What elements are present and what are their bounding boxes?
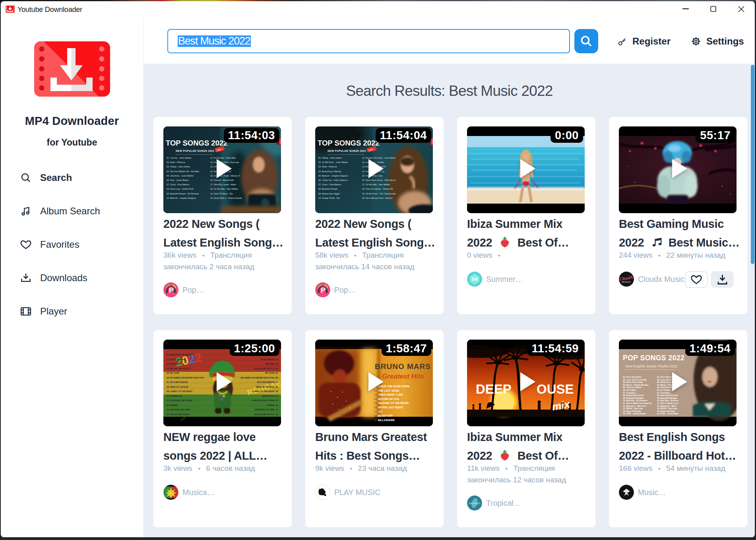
svg-text:THROUGH THE YEARS .11: THROUGH THE YEARS .11	[252, 399, 278, 402]
svg-text:20. Stuck With U - Ariana Gran: 20. Stuck With U - Ariana Grande	[210, 197, 242, 199]
svg-text:19. Dark Till Dawn - Sia: 19. Dark Till Dawn - Sia	[210, 192, 233, 195]
svg-text:13. IDGAF - Dua Lipa: 13. IDGAF - Dua Lipa	[657, 407, 677, 410]
svg-text:05. Intentions - Justin Bieber: 05. Intentions - Justin Bieber	[167, 175, 194, 177]
svg-text:08. WIND OF CHANGE: 08. WIND OF CHANGE	[167, 386, 189, 388]
svg-text:17. On My Way - Alan Walker: 17. On My Way - Alan Walker	[362, 183, 390, 186]
svg-text:OUSE: OUSE	[537, 382, 574, 396]
svg-text:17. Send My Loved - Adele: 17. Send My Loved - Adele	[210, 183, 236, 186]
svg-text:IMAGINE .03: IMAGINE .03	[266, 363, 278, 365]
svg-text:MUSIC: MUSIC	[622, 281, 631, 283]
svg-text:BRUNO MARS: BRUNO MARS	[375, 362, 431, 371]
svg-text:10. Cheap Thrills - Sia: 10. Cheap Thrills - Sia	[318, 197, 339, 199]
svg-text:09: 09	[374, 419, 377, 422]
svg-text:13. IDGAF - Dua Lipa: 13. IDGAF - Dua Lipa	[623, 407, 643, 410]
svg-text:15. STAY - Justin Bieb: 15. STAY - Justin Bieb	[657, 412, 678, 415]
svg-text:20. Dont Wanna Know - Maroon: 20. Dont Wanna Know - Maroon	[362, 197, 393, 199]
svg-text:07. Circle - Post Malone: 07. Circle - Post Malone	[318, 183, 341, 186]
svg-text:05. Believer - Imagine Dragons: 05. Believer - Imagine Dragons	[318, 175, 348, 177]
svg-text:09. Beautiful Mistake: 09. Beautiful Mistake	[657, 397, 677, 399]
svg-text:P: P	[321, 286, 326, 294]
svg-text:02. Work - Rihanna: 02. Work - Rihanna	[167, 161, 185, 163]
svg-text:10. Bad Hits - Ed Sheeran: 10. Bad Hits - Ed Sheeran	[623, 399, 647, 402]
svg-text:14. Dusk Till Down: 14. Dusk Till Down	[657, 410, 675, 412]
svg-text:04. Not Your Barbie Girl - Ava: 04. Not Your Barbie Girl - Ava Max	[167, 170, 199, 173]
svg-text:16. Friends - Marshmello: 16. Friends - Marshmello	[210, 179, 234, 181]
svg-text:06. NO ARMS CAN NEVER HOLD YOU: 06. NO ARMS CAN NEVER HOLD YOU	[167, 377, 204, 379]
svg-text:01. BEAUTIFUL IN WHITE: 01. BEAUTIFUL IN WHITE	[167, 354, 192, 356]
svg-text:18. Treat You Better - Shawn M: 18. Treat You Better - Shawn Me	[362, 188, 393, 190]
svg-text:09. Beautiful People - Ed Shee: 09. Beautiful People - Ed Sheeran	[167, 192, 199, 195]
svg-text:DEEP: DEEP	[476, 382, 512, 396]
svg-text:03. Work From Home: 03. Work From Home	[623, 381, 643, 383]
svg-text:06. Holy - Justin Bieber: 06. Holy - Justin Bieber	[167, 179, 189, 181]
svg-text:06. I'm A Mess: 06. I'm A Mess	[623, 389, 637, 391]
svg-text:03: 03	[374, 393, 377, 396]
svg-text:12. Memories - Maro: 12. Memories - Maro	[657, 405, 677, 407]
svg-text:04. Mercy - Shawn Mendes: 04. Mercy - Shawn Mendes	[623, 384, 649, 386]
svg-text:09. LONELY IS THE NIGHT: 09. LONELY IS THE NIGHT	[167, 390, 193, 392]
svg-text:08. How Long - Charlie Puth: 08. How Long - Charlie Puth	[167, 188, 194, 190]
svg-text:03. Work - Rihanna: 03. Work - Rihanna	[318, 165, 337, 168]
svg-text:02. 10.000 Hour - Justin Biebe: 02. 10.000 Hour - Justin Bieber	[318, 161, 348, 163]
svg-text:19. All We Know - The Chainsmo: 19. All We Know - The Chainsmoke	[362, 192, 396, 195]
svg-text:Greatest Hits: Greatest Hits	[382, 373, 424, 380]
svg-text:08: 08	[374, 414, 377, 417]
svg-text:11. THROUGH THE YEARS: 11. THROUGH THE YEARS	[167, 399, 193, 402]
svg-text:MINUTES 25 .10: MINUTES 25 .10	[262, 395, 278, 397]
svg-text:07. Comethru: 07. Comethru	[657, 392, 670, 394]
svg-text:02. Love You To Love Me: 02. Love You To Love Me	[623, 379, 647, 381]
svg-text:18. On My Way - Alan Walker: 18. On My Way - Alan Walker	[210, 188, 238, 190]
svg-text:POP SONGS 2022: POP SONGS 2022	[623, 354, 685, 362]
svg-text:01. Falling - Harry Styles: 01. Falling - Harry Styles	[318, 157, 342, 159]
svg-text:09. Moves Like Jagger: 09. Moves Like Jagger	[318, 192, 340, 195]
svg-text:06. I'm A Mess: 06. I'm A Mess	[657, 389, 671, 391]
svg-text:TOP SONGS 2022: TOP SONGS 2022	[318, 139, 380, 147]
svg-text:07. Circle - Post Malone: 07. Circle - Post Malone	[167, 183, 190, 186]
svg-text:1HB RADIO: 1HB RADIO	[469, 503, 480, 505]
svg-text:12. Memories - Maroon 5: 12. Memories - Maroon 5	[623, 405, 647, 407]
svg-text:03. IMAGINE: 03. IMAGINE	[167, 363, 179, 365]
svg-text:KILLING ME SOFTLY .04: KILLING ME SOFTLY .04	[254, 367, 278, 370]
svg-text:13. SPENDING MY TIME: 13. SPENDING MY TIME	[167, 408, 190, 411]
svg-text:MY LOVE .05: MY LOVE .05	[265, 372, 278, 374]
svg-text:KILLING ME SOFTLY .14: KILLING ME SOFTLY .14	[254, 413, 278, 416]
svg-text:04: 04	[374, 398, 377, 400]
svg-text:11. This Is What You C: 11. This Is What You C	[657, 402, 678, 404]
svg-text:10. 25 MINUTES: 10. 25 MINUTES	[167, 395, 182, 397]
svg-text:05. Treat You Better: 05. Treat You Better	[623, 386, 642, 388]
svg-text:09. Beautiful Mistakes: 09. Beautiful Mistakes	[623, 397, 644, 399]
svg-text:BILLIONAIRE: BILLIONAIRE	[378, 419, 395, 422]
svg-text:BLAST OFF: BLAST OFF	[378, 414, 393, 417]
svg-text:06: 06	[374, 406, 377, 409]
svg-text:02. AT MY WORST: 02. AT MY WORST	[167, 358, 185, 361]
svg-text:04. Everything I Wanted: 04. Everything I Wanted	[318, 170, 341, 173]
svg-text:03. Falling - Harry Styles: 03. Falling - Harry Styles	[167, 165, 190, 168]
svg-text:08. Beautiful People: 08. Beautiful People	[318, 188, 337, 190]
svg-text:12. ZOMBIE: 12. ZOMBIE	[167, 404, 178, 406]
svg-text:NO ARMS CAN NEVER HOLD YOU .06: NO ARMS CAN NEVER HOLD YOU .06	[240, 377, 278, 379]
svg-text:TALKING TO THE MOON: TALKING TO THE MOON	[378, 402, 409, 404]
svg-text:AT MY WORST .02: AT MY WORST .02	[260, 358, 278, 361]
svg-text:TOP SONGS 2022: TOP SONGS 2022	[166, 139, 228, 147]
svg-text:NEW POPULAR SONGS 2022: NEW POPULAR SONGS 2022	[176, 150, 214, 152]
svg-text:THATS WHAT I LIKE: THATS WHAT I LIKE	[378, 393, 403, 396]
svg-text:AFTER LAST NIGHT: AFTER LAST NIGHT	[378, 406, 403, 409]
svg-text:16. Work From Home - Fifth Har: 16. Work From Home - Fifth Harmo	[362, 179, 395, 181]
svg-text:01. Yummy - Justin Bieber: 01. Yummy - Justin Bieber	[167, 157, 192, 159]
svg-text:10. Believer - Imagine Dragons: 10. Believer - Imagine Dragons	[167, 197, 196, 199]
svg-text:08. Sweet But Psycho: 08. Sweet But Psycho	[623, 394, 644, 396]
svg-text:07. Comethru: 07. Comethru	[623, 392, 636, 394]
svg-text:NEW POPULAR SONGS 2022: NEW POPULAR SONGS 2022	[328, 150, 366, 152]
svg-text:05. MY LOVE: 05. MY LOVE	[167, 372, 179, 374]
svg-text:SM: SM	[472, 277, 478, 282]
svg-text:15. STAY - Justin Bieber: 15. STAY - Justin Bieber	[623, 412, 646, 415]
svg-text:New English Songs Playlist 202: New English Songs Playlist 2022	[625, 364, 678, 368]
svg-text:10. Bad Hits - Ed Shee: 10. Bad Hits - Ed Shee	[657, 399, 678, 402]
svg-text:06. I Dare You - Kelly Clarkso: 06. I Dare You - Kelly Clarkson	[318, 179, 347, 181]
svg-text:777: 777	[378, 410, 382, 413]
svg-text:ZOMBIE .12: ZOMBIE .12	[266, 404, 278, 406]
svg-text:14. Dusk Till Down: 14. Dusk Till Down	[623, 410, 641, 412]
svg-text:08. Sweet But Psycho: 08. Sweet But Psycho	[657, 394, 678, 396]
svg-text:01. Don't Start Now: 01. Don't Start Now	[623, 376, 642, 378]
svg-text:11. This Is What You Came For: 11. This Is What You Came For	[623, 402, 652, 404]
